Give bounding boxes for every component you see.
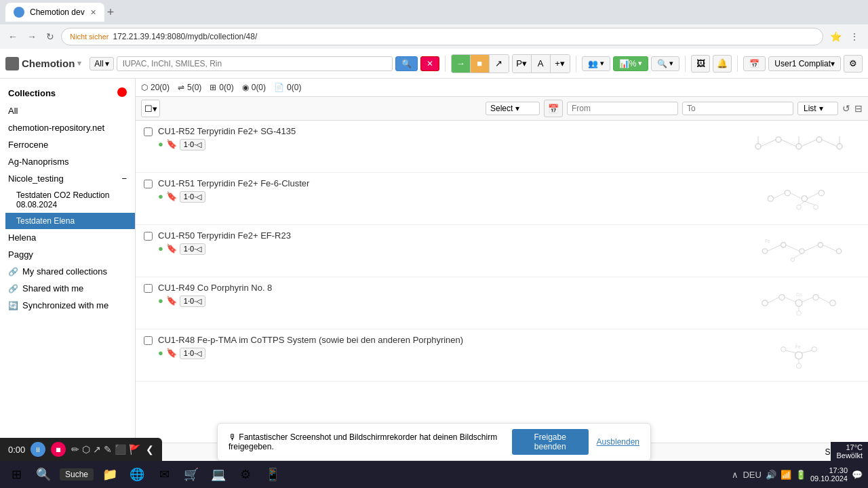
item-4-title: CU1-R49 Co Porphyrin No. 8 — [158, 283, 738, 293]
select-dropdown[interactable]: Select ▾ — [486, 102, 540, 115]
plus-button[interactable]: +▾ — [551, 55, 570, 73]
rec-tool-4[interactable]: ✎ — [104, 444, 112, 455]
tab-close-button[interactable]: ✕ — [90, 8, 96, 17]
sidebar-item-nicole[interactable]: Nicole_testing − — [0, 170, 135, 187]
share-button[interactable]: ↗ — [490, 55, 509, 73]
svg-line-19 — [791, 193, 802, 199]
settings-button[interactable]: ⚙ — [844, 55, 863, 73]
zoom-button[interactable]: 🔍▾ — [651, 56, 679, 71]
rec-tool-1[interactable]: ✏ — [71, 444, 79, 455]
security-label: Nicht sicher — [70, 33, 108, 41]
extensions-button[interactable]: ⭐ — [827, 28, 844, 45]
filter-icon[interactable]: ⊟ — [854, 103, 863, 114]
sidebar-item-testdaten-co2[interactable]: Testdaten CO2 Reduction 08.08.2024 — [5, 187, 135, 213]
item-4-molecule-svg: Co — [745, 286, 853, 320]
item-1-title: CU1-R52 Terpyridin Fe2+ SG-4135 — [158, 126, 738, 136]
item-1-bookmark: 🔖 — [166, 139, 177, 150]
svg-point-0 — [755, 144, 761, 149]
recording-stop-button[interactable]: ⏹ — [51, 442, 66, 457]
sidebar-item-chemotion[interactable]: chemotion-repository.net — [0, 119, 135, 136]
tab-wellplates[interactable]: ⊞ 0(0) — [210, 83, 233, 92]
search-button[interactable]: 🔍 — [395, 56, 418, 71]
collapse-icon[interactable]: − — [121, 174, 127, 184]
tab-reactions[interactable]: ⇌ 5(0) — [178, 83, 201, 92]
from-date-input[interactable] — [567, 102, 678, 115]
to-date-input[interactable] — [682, 102, 793, 115]
item-3-checkbox[interactable] — [144, 232, 153, 241]
svg-point-25 — [800, 249, 804, 253]
rec-tool-5[interactable]: ⬛ — [115, 444, 126, 455]
search-type-dropdown[interactable]: All ▾ — [90, 57, 113, 70]
sidebar-item-paggy[interactable]: Paggy — [0, 246, 135, 263]
search-input[interactable] — [117, 56, 393, 71]
a-button[interactable]: A — [532, 55, 551, 73]
svg-point-35 — [762, 300, 768, 306]
chart-button[interactable]: 📊%▾ — [613, 56, 649, 71]
item-1-checkbox[interactable] — [144, 127, 153, 136]
back-button[interactable]: ← — [5, 28, 20, 45]
tab-screens[interactable]: ◉ 0(0) — [242, 83, 266, 92]
item-5-tag-label: 1·0·◁ — [184, 349, 201, 358]
forward-button[interactable]: → — [24, 28, 39, 45]
svg-text:Co: Co — [796, 292, 802, 297]
arrow-right-button[interactable]: → — [452, 55, 471, 73]
reactions-count: 5(0) — [187, 83, 201, 92]
sidebar-sub-nicole: Testdaten CO2 Reduction 08.08.2024 Testd… — [0, 187, 135, 229]
p-button[interactable]: P▾ — [513, 55, 532, 73]
browser-tab[interactable]: Chemotion dev ✕ — [5, 3, 104, 22]
rec-tool-6[interactable]: 🚩 — [129, 444, 140, 455]
item-5-checkbox[interactable] — [144, 336, 153, 345]
svg-line-5 — [761, 140, 776, 146]
calendar-button[interactable]: 📅 — [743, 56, 766, 71]
item-3-tag: 1·0·◁ — [180, 243, 205, 255]
tab-molecules[interactable]: ⬡ 20(0) — [141, 83, 170, 92]
list-view-arrow: ▾ — [819, 104, 823, 113]
item-2-checkbox[interactable] — [144, 180, 153, 188]
sidebar-item-ag-nanoprisms[interactable]: Ag-Nanoprisms — [0, 153, 135, 170]
menu-button[interactable]: ⋮ — [846, 28, 863, 45]
ausblenden-button[interactable]: Ausblenden — [597, 437, 639, 447]
refresh-icon[interactable]: ↺ — [842, 103, 850, 114]
item-2-tag: 1·0·◁ — [180, 191, 205, 203]
item-3-title: CU1-R50 Terpyridin Fe2+ EF-R23 — [158, 230, 738, 241]
calendar-icon-button[interactable]: 📅 — [544, 100, 563, 117]
tab-research[interactable]: 📄 0(0) — [274, 83, 301, 92]
sidebar-item-ferrocene[interactable]: Ferrocene — [0, 136, 135, 153]
recording-collapse[interactable]: ❮ — [146, 444, 154, 455]
collections-badge — [117, 87, 127, 99]
bell-button[interactable]: 🔔 — [713, 55, 732, 73]
address-bar[interactable]: Nicht sicher 172.21.39.149:8080/mydb/col… — [61, 28, 823, 45]
reload-button[interactable]: ↻ — [43, 28, 57, 45]
sidebar-item-ag-nanoprisms-label: Ag-Nanoprisms — [8, 157, 69, 167]
sidebar-item-shared-with-me[interactable]: 🔗 Shared with me — [0, 280, 135, 297]
user-menu-button[interactable]: User1 Compliat▾ — [768, 56, 841, 71]
sidebar-item-testdaten-elena-label: Testdaten Elena — [16, 216, 75, 226]
sidebar-item-my-shared[interactable]: 🔗 My shared collections — [0, 263, 135, 280]
image-button[interactable]: 🖼 — [691, 55, 710, 73]
svg-point-4 — [837, 144, 842, 149]
item-5-body: CU1-R48 Fe-p-TMA im CoTTPS System (sowie… — [158, 335, 738, 359]
brand: Chemotion ▾ — [5, 57, 81, 70]
freigabe-beenden-button[interactable]: Freigabe beenden — [512, 429, 589, 455]
sidebar-item-helena[interactable]: Helena — [0, 229, 135, 246]
square-button[interactable]: ■ — [471, 55, 490, 73]
list-view-dropdown[interactable]: List ▾ — [797, 102, 838, 115]
sidebar-item-testdaten-elena[interactable]: Testdaten Elena — [5, 213, 135, 229]
sidebar-item-all[interactable]: All — [0, 102, 135, 119]
link-icon-1: 🔗 — [8, 267, 18, 277]
item-4-checkbox[interactable] — [144, 284, 153, 293]
recording-pause-button[interactable]: ⏸ — [31, 442, 45, 457]
svg-line-30 — [786, 245, 800, 251]
recording-time: 0:00 — [8, 445, 25, 455]
sidebar-item-synchronized[interactable]: 🔄 Synchronized with me — [0, 297, 135, 314]
toolbar-separator-4 — [737, 56, 738, 72]
rec-tool-2[interactable]: ⬡ — [82, 444, 90, 455]
users-button[interactable]: 👥▾ — [582, 56, 610, 71]
research-count: 0(0) — [287, 83, 301, 92]
rec-tool-3[interactable]: ↗ — [93, 444, 101, 455]
svg-point-48 — [781, 347, 786, 352]
new-tab-button[interactable]: + — [107, 5, 115, 20]
list-select-checkbox[interactable]: ☐▾ — [141, 100, 160, 117]
item-1-body: CU1-R52 Terpyridin Fe2+ SG-4135 ● 🔖 1·0·… — [158, 126, 738, 150]
clear-search-button[interactable]: ✕ — [420, 56, 439, 71]
